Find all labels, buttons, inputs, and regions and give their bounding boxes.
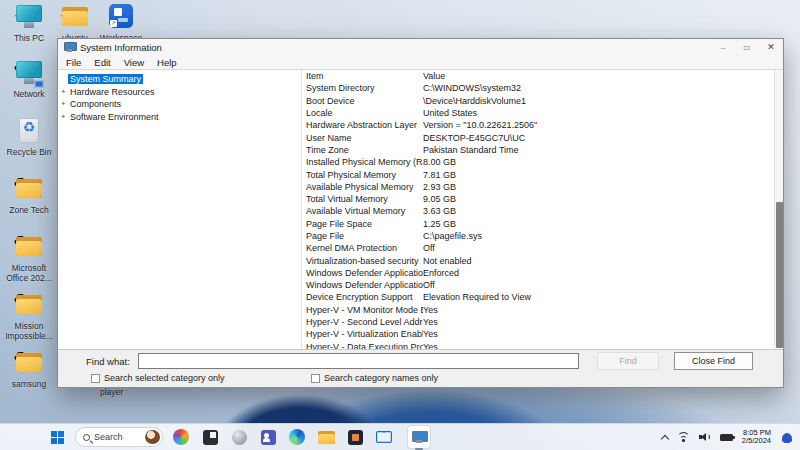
find-input[interactable] <box>138 353 579 369</box>
item-cell: Kernel DMA Protection <box>302 243 423 253</box>
table-row[interactable]: Hyper-V - VM Monitor Mode Ex... Yes <box>302 304 783 316</box>
system-tray: 8:05 PM 2/5/2024 <box>662 429 792 446</box>
tree-item[interactable]: + Hardware Resources <box>58 86 301 99</box>
find-button[interactable]: Find <box>597 352 659 370</box>
find-bar: Find what: Find Close Find <box>58 350 783 372</box>
value-cell: DESKTOP-E45GC7U\UC <box>423 133 783 143</box>
table-row[interactable]: Page File C:\pagefile.sys <box>302 230 783 242</box>
close-button[interactable]: ✕ <box>759 39 783 55</box>
value-cell: 9.05 GB <box>423 194 783 204</box>
system-information-icon <box>412 431 426 443</box>
menu-item[interactable]: Help <box>157 57 177 68</box>
table-row[interactable]: Device Encryption Support Elevation Requ… <box>302 291 783 303</box>
column-header-value[interactable]: Value <box>423 71 783 81</box>
item-cell: Installed Physical Memory (RAM) <box>302 157 423 167</box>
value-cell: Pakistan Standard Time <box>423 145 783 155</box>
taskbar-app-button[interactable] <box>372 425 396 449</box>
desktop-icon[interactable]: ♻ samsung <box>6 348 52 406</box>
tree-item[interactable]: System Summary <box>58 73 301 86</box>
desktop-icon[interactable]: ♻ Mission Impossible... <box>6 290 52 348</box>
tray-overflow-chevron-icon[interactable] <box>661 434 669 442</box>
table-row[interactable]: User Name DESKTOP-E45GC7U\UC <box>302 131 783 143</box>
recycle-icon: ♻ <box>13 119 45 135</box>
recycle-icon: ♻ <box>13 175 27 192</box>
taskbar-app-button[interactable] <box>343 425 367 449</box>
table-row[interactable]: Hardware Abstraction Layer Version = "10… <box>302 119 783 131</box>
table-row[interactable]: Windows Defender Application ... Enforce… <box>302 267 783 279</box>
search-selected-category-checkbox[interactable]: Search selected category only <box>91 373 225 383</box>
menu-item[interactable]: Edit <box>94 57 110 68</box>
table-row[interactable]: Total Virtual Memory 9.05 GB <box>302 193 783 205</box>
taskbar-system-information-button[interactable] <box>407 425 431 449</box>
table-row[interactable]: Time Zone Pakistan Standard Time <box>302 144 783 156</box>
desktop-icon-label: This PC <box>14 34 44 44</box>
table-row[interactable]: Windows Defender Application ... Off <box>302 279 783 291</box>
notification-bell-icon[interactable] <box>782 433 792 442</box>
table-row[interactable]: Hyper-V - Virtualization Enable... Yes <box>302 328 783 340</box>
shortcut-arrow-icon: ↗ <box>13 3 26 20</box>
value-cell: 2.93 GB <box>423 182 783 192</box>
list-header[interactable]: Item Value <box>302 70 783 82</box>
taskbar-app-button[interactable] <box>285 425 309 449</box>
item-cell: Virtualization-based security <box>302 256 423 266</box>
clock[interactable]: 8:05 PM 2/5/2024 <box>742 429 771 446</box>
item-cell: Locale <box>302 108 423 118</box>
tree-item[interactable]: + Components <box>58 98 301 111</box>
tree-expand-toggle[interactable]: + <box>61 111 68 123</box>
app-icon <box>318 431 335 444</box>
shortcut-arrow-icon: ↗ <box>59 3 72 20</box>
desktop-icon-label: Recycle Bin <box>7 148 52 158</box>
taskbar-app-button[interactable] <box>227 425 251 449</box>
volume-icon[interactable] <box>699 432 711 442</box>
maximize-button[interactable]: ▭ <box>735 39 759 55</box>
item-cell: Page File Space <box>302 219 423 229</box>
vertical-scrollbar[interactable] <box>774 70 783 349</box>
menu-item[interactable]: View <box>124 57 144 68</box>
taskbar-app-button[interactable] <box>198 425 222 449</box>
scrollbar-thumb[interactable] <box>776 202 783 348</box>
item-cell: Windows Defender Application ... <box>302 268 423 278</box>
value-cell: Not enabled <box>423 256 783 266</box>
wifi-icon[interactable] <box>677 432 690 442</box>
checkbox-icon[interactable] <box>91 374 100 383</box>
start-button[interactable] <box>45 425 69 449</box>
desktop-icon-label: Microsoft Office 202... <box>6 264 52 283</box>
table-row[interactable]: Hyper-V - Data Execution Prote... Yes <box>302 341 783 349</box>
table-row[interactable]: System Directory C:\WINDOWS\system32 <box>302 82 783 94</box>
search-highlight-image[interactable] <box>145 430 160 444</box>
tree-item[interactable]: + Software Environment <box>58 111 301 124</box>
desktop-icon[interactable]: ♻ Network <box>6 58 52 116</box>
taskbar-app-button[interactable] <box>314 425 338 449</box>
taskbar-app-button[interactable] <box>256 425 280 449</box>
desktop-icon[interactable]: ♻ Microsoft Office 202... <box>6 232 52 290</box>
desktop-icon[interactable]: ♻ Recycle Bin <box>6 116 52 174</box>
close-find-button[interactable]: Close Find <box>674 352 753 370</box>
window-titlebar[interactable]: System Information – ▭ ✕ <box>58 39 783 55</box>
table-row[interactable]: Kernel DMA Protection Off <box>302 242 783 254</box>
table-row[interactable]: Hyper-V - Second Level Addres... Yes <box>302 316 783 328</box>
menu-item[interactable]: File <box>66 57 81 68</box>
desktop-icon[interactable]: ♻ Zone Tech <box>6 174 52 232</box>
taskbar-search[interactable]: Search <box>75 427 163 447</box>
desktop-icon[interactable]: ↗ This PC <box>6 2 52 60</box>
tree-expand-toggle[interactable]: + <box>61 86 68 98</box>
column-header-item[interactable]: Item <box>302 71 423 81</box>
table-row[interactable]: Available Virtual Memory 3.63 GB <box>302 205 783 217</box>
value-cell: Off <box>423 243 783 253</box>
table-row[interactable]: Page File Space 1.25 GB <box>302 218 783 230</box>
table-row[interactable]: Virtualization-based security Not enable… <box>302 254 783 266</box>
checkbox-icon[interactable] <box>311 374 320 383</box>
taskbar-app-button[interactable] <box>169 425 193 449</box>
table-row[interactable]: Available Physical Memory 2.93 GB <box>302 181 783 193</box>
minimize-button[interactable]: – <box>711 39 735 55</box>
search-category-names-checkbox[interactable]: Search category names only <box>311 373 438 383</box>
table-row[interactable]: Installed Physical Memory (RAM) 8.00 GB <box>302 156 783 168</box>
desktop-icon-label: Network <box>13 90 44 100</box>
search-icon <box>83 434 90 441</box>
battery-icon[interactable] <box>720 434 733 441</box>
table-row[interactable]: Boot Device \Device\HarddiskVolume1 <box>302 95 783 107</box>
table-row[interactable]: Total Physical Memory 7.81 GB <box>302 168 783 180</box>
tree-expand-toggle[interactable]: + <box>61 98 68 110</box>
list-rows: System Directory C:\WINDOWS\system32 Boo… <box>302 82 783 349</box>
table-row[interactable]: Locale United States <box>302 107 783 119</box>
